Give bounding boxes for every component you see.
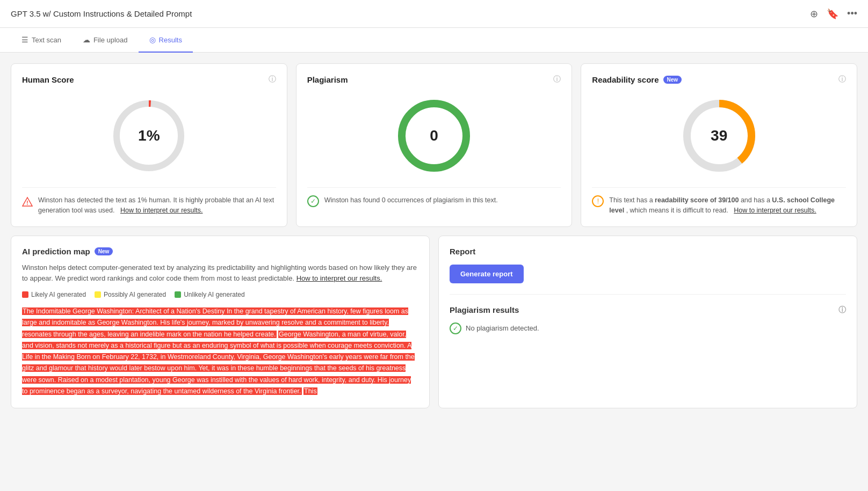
human-score-header: Human Score ⓘ — [22, 75, 276, 84]
plagiarism-value: 0 — [430, 127, 438, 144]
readability-gauge: 39 — [592, 93, 846, 179]
report-section: Report Generate report — [450, 247, 846, 295]
readability-description: This text has a readability score of 39/… — [609, 195, 846, 216]
plagiarism-results-section: Plagiarism results ⓘ ✓ No plagiarism det… — [450, 305, 846, 334]
plagiarism-results-status: No plagiarism detected. — [466, 324, 539, 332]
legend-possibly-ai: Possibly AI generated — [95, 291, 166, 298]
plagiarism-info-icon[interactable]: ⓘ — [553, 75, 561, 84]
tab-file-upload[interactable]: ☁ File upload — [72, 28, 139, 53]
readability-new-badge: New — [663, 76, 682, 84]
ai-legend: Likely AI generated Possibly AI generate… — [22, 291, 418, 298]
plagiarism-gauge: 0 — [307, 93, 561, 179]
report-title: Report — [450, 247, 846, 256]
plagiarism-check-icon: ✓ — [307, 195, 319, 207]
ai-prediction-card: AI prediction map New Winston helps dete… — [11, 236, 430, 409]
human-score-link[interactable]: How to interpret our results. — [120, 207, 203, 214]
warning-icon: ! — [22, 196, 33, 207]
bottom-row: AI prediction map New Winston helps dete… — [11, 236, 857, 409]
legend-dot-red — [22, 291, 28, 298]
plagiarism-results-check-icon: ✓ — [450, 323, 461, 334]
results-icon: ◎ — [149, 35, 156, 44]
plus-icon[interactable]: ⊕ — [810, 8, 818, 20]
readability-value: 39 — [711, 127, 727, 144]
score-cards-row: Human Score ⓘ 1% — [11, 63, 857, 227]
text-highlighted-segment-2: George Washington, a man of virtue, valo… — [22, 331, 415, 395]
header: GPT 3.5 w/ Custom Instructions & Detaile… — [0, 0, 868, 28]
human-score-info-icon[interactable]: ⓘ — [269, 75, 276, 84]
ai-prediction-link[interactable]: How to interpret our results. — [296, 274, 382, 282]
svg-text:!: ! — [26, 200, 28, 206]
text-highlighted-segment-3: This — [303, 387, 317, 395]
generate-report-button[interactable]: Generate report — [450, 265, 524, 283]
plagiarism-gauge-wrapper: 0 — [391, 93, 477, 179]
human-score-description: Winston has detected the text as 1% huma… — [38, 195, 276, 216]
human-score-title: Human Score — [22, 75, 74, 84]
human-score-value: 1% — [138, 127, 160, 144]
plagiarism-title: Plagiarism — [307, 75, 348, 84]
tab-results[interactable]: ◎ Results — [139, 28, 193, 53]
readability-title: Readability score New — [592, 75, 682, 84]
ai-prediction-text: The Indomitable George Washington: Archi… — [22, 306, 418, 397]
human-score-card: Human Score ⓘ 1% — [11, 63, 287, 227]
legend-likely-ai: Likely AI generated — [22, 291, 86, 298]
upload-icon: ☁ — [83, 35, 90, 44]
plagiarism-card: Plagiarism ⓘ 0 ✓ Winston has found 0 occ… — [296, 63, 573, 227]
legend-unlikely-ai: Unlikely AI generated — [175, 291, 244, 298]
human-score-footer: ! Winston has detected the text as 1% hu… — [22, 187, 276, 216]
plagiarism-results-info-icon[interactable]: ⓘ — [838, 305, 846, 315]
tab-file-upload-label: File upload — [93, 36, 128, 44]
readability-link[interactable]: How to interpret our results. — [734, 207, 816, 214]
readability-header: Readability score New ⓘ — [592, 75, 846, 84]
tab-results-label: Results — [159, 36, 182, 44]
legend-dot-yellow — [95, 291, 101, 298]
human-score-gauge-wrapper: 1% — [106, 93, 192, 179]
readability-gauge-wrapper: 39 — [676, 93, 762, 179]
report-card: Report Generate report Plagiarism result… — [438, 236, 857, 409]
readability-footer: ! This text has a readability score of 3… — [592, 187, 846, 216]
tabs-bar: ☰ Text scan ☁ File upload ◎ Results — [0, 28, 868, 53]
plagiarism-results-header: Plagiarism results ⓘ — [450, 305, 846, 315]
readability-card: Readability score New ⓘ 39 ! — [581, 63, 857, 227]
tab-text-scan[interactable]: ☰ Text scan — [11, 28, 72, 53]
readability-info-icon[interactable]: ⓘ — [838, 75, 846, 84]
legend-dot-green — [175, 291, 181, 298]
header-title: GPT 3.5 w/ Custom Instructions & Detaile… — [11, 9, 192, 18]
ai-prediction-description: Winston helps detect computer-generated … — [22, 262, 418, 285]
plagiarism-header: Plagiarism ⓘ — [307, 75, 561, 84]
human-score-gauge: 1% — [22, 93, 276, 179]
header-icons: ⊕ 🔖 ••• — [810, 8, 857, 20]
plagiarism-footer: ✓ Winston has found 0 occurrences of pla… — [307, 187, 561, 207]
scan-icon: ☰ — [21, 35, 28, 44]
ai-prediction-header: AI prediction map New — [22, 247, 418, 256]
no-plagiarism-status: ✓ No plagiarism detected. — [450, 323, 846, 334]
readability-warn-icon: ! — [592, 195, 604, 207]
bookmark-icon[interactable]: 🔖 — [827, 8, 838, 20]
ai-prediction-badge: New — [95, 247, 113, 255]
plagiarism-description: Winston has found 0 occurrences of plagi… — [324, 195, 498, 206]
tab-text-scan-label: Text scan — [32, 36, 61, 44]
main-content: Human Score ⓘ 1% — [0, 53, 868, 419]
ai-prediction-title: AI prediction map — [22, 247, 90, 256]
more-icon[interactable]: ••• — [847, 8, 857, 19]
